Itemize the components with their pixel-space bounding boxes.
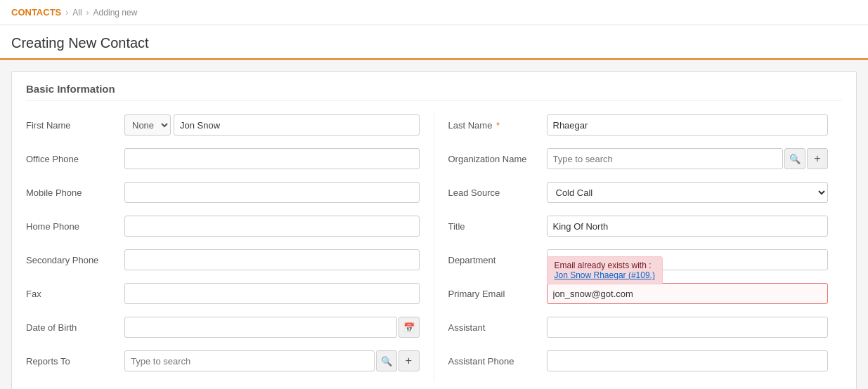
lead-source-label: Lead Source [448, 187, 547, 198]
last-name-label: Last Name * [448, 120, 547, 131]
home-phone-label: Home Phone [26, 221, 124, 232]
required-marker: * [493, 120, 500, 131]
organization-name-field: 🔍 + [547, 148, 829, 169]
office-phone-row: Office Phone [26, 146, 420, 171]
page-title: Creating New Contact [11, 35, 857, 51]
secondary-phone-row: Secondary Phone [26, 247, 420, 272]
fax-input[interactable] [124, 283, 420, 304]
last-name-input[interactable] [547, 114, 829, 136]
breadcrumb-current: Adding new [93, 8, 138, 18]
primary-email-label: Primary Email [448, 289, 547, 299]
reports-to-group: 🔍 + [124, 350, 420, 371]
lead-source-row: Lead Source -- Cold Call Existing Custom… [448, 180, 829, 205]
organization-name-input[interactable] [547, 148, 784, 169]
title-input[interactable] [547, 216, 829, 237]
assistant-phone-field [547, 350, 829, 371]
secondary-phone-input[interactable] [124, 249, 420, 270]
email-error-tooltip: Email already exists with : Jon Snow Rha… [547, 256, 663, 284]
left-column: First Name None Mr. Mrs. Ms. Dr. [26, 112, 434, 382]
first-name-field: None Mr. Mrs. Ms. Dr. [124, 114, 420, 136]
basic-info-section: Basic Information First Name None Mr. Mr… [11, 71, 857, 389]
breadcrumb-all[interactable]: All [72, 8, 82, 18]
home-phone-input[interactable] [124, 216, 420, 237]
email-error-link[interactable]: Jon Snow Rhaegar (#109.) [555, 270, 655, 280]
title-row: Title [448, 213, 829, 239]
secondary-phone-label: Secondary Phone [26, 255, 124, 265]
dob-input[interactable] [124, 317, 397, 338]
breadcrumb-contacts[interactable]: CONTACTS [11, 7, 61, 18]
dob-row: Date of Birth 📅 [26, 315, 420, 340]
reports-to-label: Reports To [26, 356, 124, 367]
breadcrumb: CONTACTS › All › Adding new [0, 0, 868, 25]
section-title: Basic Information [26, 83, 842, 101]
office-phone-field [124, 148, 420, 169]
dob-group: 📅 [124, 317, 420, 338]
title-label: Title [448, 221, 547, 232]
add-icon: + [814, 152, 820, 165]
primary-email-row: Primary Email Email already exists with … [448, 281, 829, 306]
fax-label: Fax [26, 289, 124, 299]
assistant-phone-label: Assistant Phone [448, 356, 547, 367]
form-grid: First Name None Mr. Mrs. Ms. Dr. [26, 112, 842, 382]
reports-to-add-button[interactable]: + [399, 350, 420, 371]
mobile-phone-label: Mobile Phone [26, 187, 124, 198]
mobile-phone-row: Mobile Phone [26, 180, 420, 205]
calendar-button[interactable]: 📅 [399, 317, 420, 338]
right-column: Last Name * Organization Name 🔍 [434, 112, 843, 382]
reports-to-field: 🔍 + [124, 350, 420, 371]
office-phone-label: Office Phone [26, 154, 124, 164]
assistant-field [547, 317, 829, 338]
page-title-bar: Creating New Contact [0, 25, 868, 60]
fax-field [124, 283, 420, 304]
organization-name-label: Organization Name [448, 154, 547, 164]
breadcrumb-sep1: › [65, 8, 68, 18]
search-icon: 🔍 [789, 154, 801, 164]
home-phone-field [124, 216, 420, 237]
lead-source-field: -- Cold Call Existing Customer Self Gene… [547, 182, 829, 203]
first-name-row: First Name None Mr. Mrs. Ms. Dr. [26, 112, 420, 138]
first-name-label: First Name [26, 120, 124, 131]
dob-label: Date of Birth [26, 322, 124, 333]
assistant-phone-input[interactable] [547, 350, 829, 371]
primary-email-input[interactable] [547, 283, 829, 304]
mobile-phone-field [124, 182, 420, 203]
assistant-row: Assistant [448, 315, 829, 340]
email-error-text: Email already exists with : [555, 261, 652, 270]
org-search-group: 🔍 + [547, 148, 829, 169]
assistant-phone-row: Assistant Phone [448, 348, 829, 374]
reports-to-input[interactable] [124, 350, 375, 371]
assistant-label: Assistant [448, 322, 547, 333]
mobile-phone-input[interactable] [124, 182, 420, 203]
search-icon: 🔍 [381, 356, 392, 367]
primary-email-field: Email already exists with : Jon Snow Rha… [547, 283, 829, 304]
add-icon: + [406, 355, 412, 367]
title-field [547, 216, 829, 237]
organization-name-row: Organization Name 🔍 + [448, 146, 829, 171]
org-add-button[interactable]: + [807, 148, 828, 169]
office-phone-input[interactable] [124, 148, 420, 169]
org-search-button[interactable]: 🔍 [784, 148, 805, 169]
assistant-input[interactable] [547, 317, 829, 338]
first-name-group: None Mr. Mrs. Ms. Dr. [124, 114, 420, 136]
dob-field: 📅 [124, 317, 420, 338]
prefix-select[interactable]: None Mr. Mrs. Ms. Dr. [124, 114, 171, 136]
breadcrumb-sep2: › [86, 8, 89, 18]
first-name-input[interactable] [174, 114, 420, 136]
reports-to-search-button[interactable]: 🔍 [376, 350, 397, 371]
fax-row: Fax [26, 281, 420, 306]
home-phone-row: Home Phone [26, 213, 420, 239]
reports-to-row: Reports To 🔍 + [26, 348, 420, 374]
last-name-row: Last Name * [448, 112, 829, 138]
last-name-field [547, 114, 829, 136]
calendar-icon: 📅 [403, 322, 415, 333]
lead-source-select[interactable]: -- Cold Call Existing Customer Self Gene… [547, 182, 829, 203]
department-label: Department [448, 255, 547, 265]
secondary-phone-field [124, 249, 420, 270]
main-content: Basic Information First Name None Mr. Mr… [0, 60, 868, 389]
